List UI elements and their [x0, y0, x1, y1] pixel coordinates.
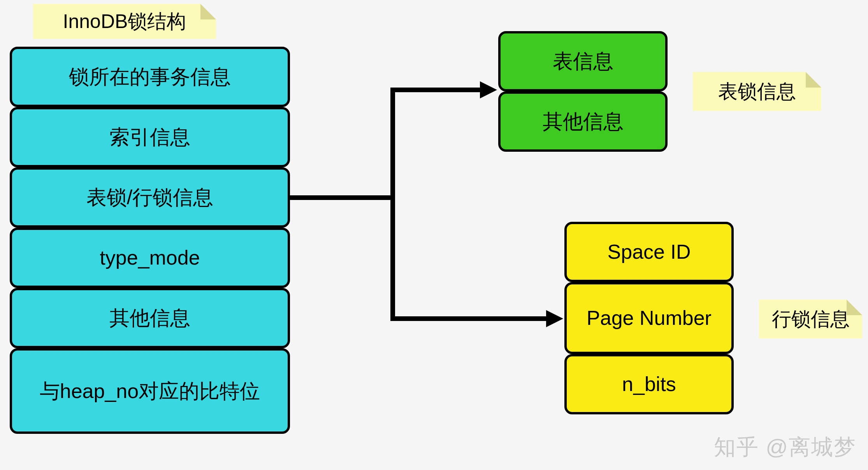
watermark: 知乎 @离城梦 — [714, 433, 856, 462]
main-box-index-info: 索引信息 — [10, 107, 290, 167]
connector-branch-to-yellow — [390, 316, 546, 321]
row-lock-box-page-number: Page Number — [564, 282, 734, 354]
row-lock-box-space-id: Space ID — [564, 222, 734, 282]
row-lock-box-n-bits: n_bits — [564, 354, 734, 414]
main-box-heap-no-bits: 与heap_no对应的比特位 — [10, 348, 290, 434]
main-box-other-info: 其他信息 — [10, 288, 290, 348]
main-box-transaction-info: 锁所在的事务信息 — [10, 47, 290, 107]
main-box-table-row-lock: 表锁/行锁信息 — [10, 167, 290, 228]
connector-branch-to-green — [390, 88, 480, 92]
arrow-to-yellow — [546, 310, 563, 327]
note-row-lock: 行锁信息 — [759, 300, 862, 338]
connector-trunk-vertical — [390, 88, 395, 321]
main-box-type-mode: type_mode — [10, 228, 290, 288]
table-lock-box-table-info: 表信息 — [498, 31, 668, 91]
note-table-lock: 表锁信息 — [693, 72, 821, 111]
connector-main-horizontal — [290, 195, 395, 200]
table-lock-box-other-info: 其他信息 — [498, 91, 668, 152]
note-main-title: InnoDB锁结构 — [33, 4, 216, 39]
arrow-to-green — [480, 81, 497, 98]
